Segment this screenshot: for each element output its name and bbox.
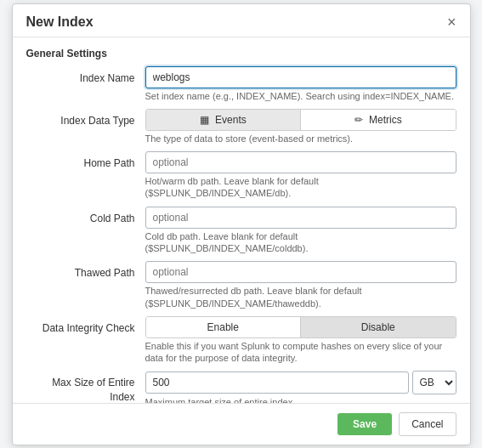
home-path-input[interactable]: [145, 151, 456, 173]
events-icon: ▦: [200, 114, 209, 126]
max-size-index-input-group: GB: [145, 371, 456, 394]
max-size-index-hint: Maximum target size of entire index.: [145, 396, 456, 402]
integrity-enable-button[interactable]: Enable: [146, 317, 301, 337]
thawed-path-input[interactable]: [145, 261, 456, 283]
save-button[interactable]: Save: [337, 413, 392, 435]
max-size-index-input[interactable]: [145, 371, 409, 394]
home-path-hint: Hot/warm db path. Leave blank for defaul…: [145, 175, 456, 200]
home-path-row: Home Path Hot/warm db path. Leave blank …: [26, 151, 456, 200]
modal-footer: Save Cancel: [13, 403, 470, 445]
index-name-label: Index Name: [26, 66, 145, 86]
max-size-index-control: GB Maximum target size of entire index.: [145, 371, 456, 402]
index-data-type-label: Index Data Type: [26, 109, 145, 128]
thawed-path-control: Thawed/resurrected db path. Leave blank …: [145, 261, 456, 309]
index-data-type-control: ▦ Events ✏ Metrics The type of data to s…: [145, 109, 456, 145]
integrity-toggle: Enable Disable: [145, 316, 456, 338]
thawed-path-row: Thawed Path Thawed/resurrected db path. …: [26, 261, 456, 309]
events-button[interactable]: ▦ Events: [146, 110, 301, 130]
home-path-label: Home Path: [26, 151, 145, 171]
modal-header: New Index ×: [13, 4, 470, 37]
thawed-path-label: Thawed Path: [26, 261, 145, 281]
data-integrity-control: Enable Disable Enable this if you want S…: [145, 316, 456, 365]
home-path-control: Hot/warm db path. Leave blank for defaul…: [145, 151, 456, 200]
data-integrity-row: Data Integrity Check Enable Disable Enab…: [26, 316, 456, 365]
data-type-toggle: ▦ Events ✏ Metrics: [145, 109, 456, 131]
general-settings-title: General Settings: [26, 48, 456, 60]
new-index-modal: New Index × General Settings Index Name …: [12, 3, 471, 445]
max-size-index-row: Max Size of Entire Index GB Maximum targ…: [26, 371, 456, 402]
max-size-index-label: Max Size of Entire Index: [26, 371, 145, 402]
cold-path-hint: Cold db path. Leave blank for default ($…: [145, 230, 456, 255]
metrics-icon: ✏: [354, 114, 363, 126]
cancel-button[interactable]: Cancel: [399, 412, 456, 436]
cold-path-row: Cold Path Cold db path. Leave blank for …: [26, 207, 456, 255]
data-integrity-hint: Enable this if you want Splunk to comput…: [145, 340, 456, 365]
max-size-index-unit-select[interactable]: GB: [412, 371, 456, 394]
index-name-hint: Set index name (e.g., INDEX_NAME). Searc…: [145, 90, 456, 102]
cold-path-input[interactable]: [145, 207, 456, 229]
modal-title: New Index: [26, 14, 94, 30]
close-button[interactable]: ×: [447, 14, 456, 30]
data-integrity-label: Data Integrity Check: [26, 316, 145, 336]
thawed-path-hint: Thawed/resurrected db path. Leave blank …: [145, 285, 456, 309]
index-name-input[interactable]: [145, 66, 456, 88]
data-type-hint: The type of data to store (event-based o…: [145, 133, 456, 145]
metrics-button[interactable]: ✏ Metrics: [301, 110, 456, 130]
cold-path-label: Cold Path: [26, 207, 145, 226]
index-name-control: Set index name (e.g., INDEX_NAME). Searc…: [145, 66, 456, 102]
index-name-row: Index Name Set index name (e.g., INDEX_N…: [26, 66, 456, 102]
modal-body: General Settings Index Name Set index na…: [13, 37, 470, 403]
index-data-type-row: Index Data Type ▦ Events ✏ Metrics The t…: [26, 109, 456, 145]
cold-path-control: Cold db path. Leave blank for default ($…: [145, 207, 456, 255]
integrity-disable-button[interactable]: Disable: [301, 317, 456, 337]
